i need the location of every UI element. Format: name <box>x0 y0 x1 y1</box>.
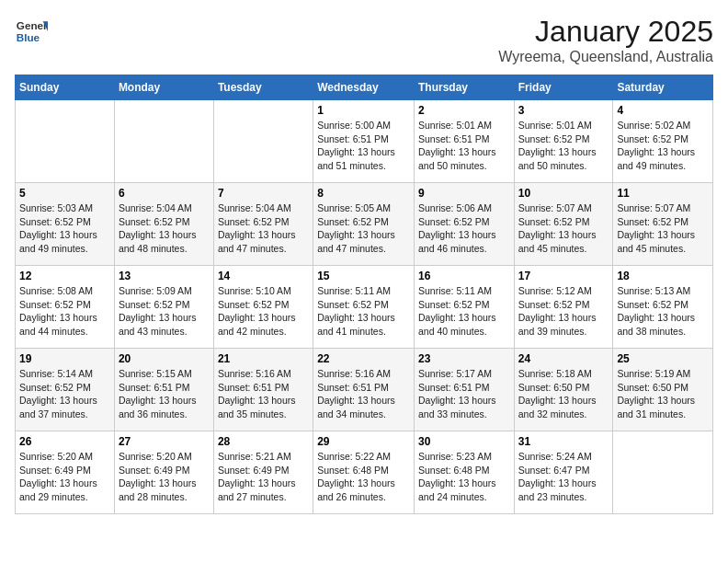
day-info: Sunrise: 5:11 AM Sunset: 6:52 PM Dayligh… <box>418 284 510 339</box>
table-row: 19Sunrise: 5:14 AM Sunset: 6:52 PM Dayli… <box>16 349 115 431</box>
table-row: 9Sunrise: 5:06 AM Sunset: 6:52 PM Daylig… <box>414 183 514 266</box>
day-number: 20 <box>119 352 210 365</box>
week-row-1: 1Sunrise: 5:00 AM Sunset: 6:51 PM Daylig… <box>16 100 713 183</box>
day-number: 28 <box>218 435 309 448</box>
table-row: 30Sunrise: 5:23 AM Sunset: 6:48 PM Dayli… <box>414 431 514 514</box>
table-row: 6Sunrise: 5:04 AM Sunset: 6:52 PM Daylig… <box>114 183 213 266</box>
day-number: 11 <box>617 187 709 200</box>
table-row <box>213 100 313 183</box>
day-number: 10 <box>518 187 609 200</box>
table-row: 2Sunrise: 5:01 AM Sunset: 6:51 PM Daylig… <box>414 100 514 183</box>
day-number: 9 <box>418 187 510 200</box>
day-info: Sunrise: 5:23 AM Sunset: 6:48 PM Dayligh… <box>418 450 510 504</box>
day-number: 17 <box>518 270 609 282</box>
page-header: General Blue January 2025 Wyreema, Queen… <box>15 15 713 65</box>
table-row: 27Sunrise: 5:20 AM Sunset: 6:49 PM Dayli… <box>114 431 213 514</box>
week-row-5: 26Sunrise: 5:20 AM Sunset: 6:49 PM Dayli… <box>16 431 713 514</box>
day-info: Sunrise: 5:04 AM Sunset: 6:52 PM Dayligh… <box>218 201 309 256</box>
table-row: 8Sunrise: 5:05 AM Sunset: 6:52 PM Daylig… <box>313 183 415 266</box>
day-info: Sunrise: 5:15 AM Sunset: 6:51 PM Dayligh… <box>119 367 210 421</box>
day-number: 5 <box>19 187 110 200</box>
day-info: Sunrise: 5:10 AM Sunset: 6:52 PM Dayligh… <box>218 284 309 339</box>
day-info: Sunrise: 5:20 AM Sunset: 6:49 PM Dayligh… <box>119 450 210 504</box>
day-info: Sunrise: 5:09 AM Sunset: 6:52 PM Dayligh… <box>119 284 210 339</box>
table-row: 13Sunrise: 5:09 AM Sunset: 6:52 PM Dayli… <box>114 266 213 349</box>
day-info: Sunrise: 5:00 AM Sunset: 6:51 PM Dayligh… <box>317 119 410 173</box>
day-info: Sunrise: 5:03 AM Sunset: 6:52 PM Dayligh… <box>19 201 110 256</box>
day-number: 23 <box>418 352 510 365</box>
table-row: 12Sunrise: 5:08 AM Sunset: 6:52 PM Dayli… <box>16 266 115 349</box>
day-number: 22 <box>317 352 410 365</box>
col-sunday: Sunday <box>16 75 115 100</box>
col-monday: Monday <box>114 75 213 100</box>
day-number: 31 <box>518 435 609 448</box>
day-number: 12 <box>19 270 110 282</box>
table-row: 16Sunrise: 5:11 AM Sunset: 6:52 PM Dayli… <box>414 266 514 349</box>
day-number: 7 <box>218 187 309 200</box>
day-number: 1 <box>317 104 410 117</box>
day-info: Sunrise: 5:17 AM Sunset: 6:51 PM Dayligh… <box>418 367 510 421</box>
calendar-table: Sunday Monday Tuesday Wednesday Thursday… <box>15 75 713 514</box>
day-number: 24 <box>518 352 609 365</box>
table-row: 29Sunrise: 5:22 AM Sunset: 6:48 PM Dayli… <box>313 431 415 514</box>
day-number: 15 <box>317 270 410 282</box>
day-info: Sunrise: 5:18 AM Sunset: 6:50 PM Dayligh… <box>518 367 609 421</box>
title-block: January 2025 Wyreema, Queensland, Austra… <box>498 15 713 65</box>
day-info: Sunrise: 5:04 AM Sunset: 6:52 PM Dayligh… <box>119 201 210 256</box>
day-info: Sunrise: 5:21 AM Sunset: 6:49 PM Dayligh… <box>218 450 309 504</box>
day-info: Sunrise: 5:24 AM Sunset: 6:47 PM Dayligh… <box>518 450 609 504</box>
day-info: Sunrise: 5:02 AM Sunset: 6:52 PM Dayligh… <box>617 119 709 173</box>
table-row <box>16 100 115 183</box>
col-wednesday: Wednesday <box>313 75 415 100</box>
day-info: Sunrise: 5:22 AM Sunset: 6:48 PM Dayligh… <box>317 450 410 504</box>
day-info: Sunrise: 5:20 AM Sunset: 6:49 PM Dayligh… <box>19 450 110 504</box>
day-info: Sunrise: 5:06 AM Sunset: 6:52 PM Dayligh… <box>418 201 510 256</box>
table-row <box>114 100 213 183</box>
day-info: Sunrise: 5:01 AM Sunset: 6:51 PM Dayligh… <box>418 119 510 173</box>
day-info: Sunrise: 5:14 AM Sunset: 6:52 PM Dayligh… <box>19 367 110 421</box>
day-number: 2 <box>418 104 510 117</box>
day-number: 3 <box>518 104 609 117</box>
table-row: 17Sunrise: 5:12 AM Sunset: 6:52 PM Dayli… <box>514 266 613 349</box>
table-row: 11Sunrise: 5:07 AM Sunset: 6:52 PM Dayli… <box>613 183 713 266</box>
calendar-subtitle: Wyreema, Queensland, Australia <box>498 49 713 65</box>
table-row: 18Sunrise: 5:13 AM Sunset: 6:52 PM Dayli… <box>613 266 713 349</box>
table-row: 26Sunrise: 5:20 AM Sunset: 6:49 PM Dayli… <box>16 431 115 514</box>
day-number: 13 <box>119 270 210 282</box>
day-info: Sunrise: 5:16 AM Sunset: 6:51 PM Dayligh… <box>218 367 309 421</box>
week-row-3: 12Sunrise: 5:08 AM Sunset: 6:52 PM Dayli… <box>16 266 713 349</box>
day-info: Sunrise: 5:11 AM Sunset: 6:52 PM Dayligh… <box>317 284 410 339</box>
table-row: 4Sunrise: 5:02 AM Sunset: 6:52 PM Daylig… <box>613 100 713 183</box>
day-info: Sunrise: 5:07 AM Sunset: 6:52 PM Dayligh… <box>617 201 709 256</box>
day-number: 30 <box>418 435 510 448</box>
day-number: 26 <box>19 435 110 448</box>
day-info: Sunrise: 5:19 AM Sunset: 6:50 PM Dayligh… <box>617 367 709 421</box>
day-info: Sunrise: 5:16 AM Sunset: 6:51 PM Dayligh… <box>317 367 410 421</box>
table-row: 10Sunrise: 5:07 AM Sunset: 6:52 PM Dayli… <box>514 183 613 266</box>
col-saturday: Saturday <box>613 75 713 100</box>
table-row: 21Sunrise: 5:16 AM Sunset: 6:51 PM Dayli… <box>213 349 313 431</box>
day-info: Sunrise: 5:12 AM Sunset: 6:52 PM Dayligh… <box>518 284 609 339</box>
week-row-4: 19Sunrise: 5:14 AM Sunset: 6:52 PM Dayli… <box>16 349 713 431</box>
day-info: Sunrise: 5:01 AM Sunset: 6:52 PM Dayligh… <box>518 119 609 173</box>
table-row: 31Sunrise: 5:24 AM Sunset: 6:47 PM Dayli… <box>514 431 613 514</box>
table-row: 1Sunrise: 5:00 AM Sunset: 6:51 PM Daylig… <box>313 100 415 183</box>
table-row: 25Sunrise: 5:19 AM Sunset: 6:50 PM Dayli… <box>613 349 713 431</box>
day-info: Sunrise: 5:05 AM Sunset: 6:52 PM Dayligh… <box>317 201 410 256</box>
svg-text:Blue: Blue <box>17 31 40 43</box>
col-thursday: Thursday <box>414 75 514 100</box>
svg-text:General: General <box>17 19 48 31</box>
table-row: 20Sunrise: 5:15 AM Sunset: 6:51 PM Dayli… <box>114 349 213 431</box>
day-number: 21 <box>218 352 309 365</box>
day-number: 6 <box>119 187 210 200</box>
table-row: 23Sunrise: 5:17 AM Sunset: 6:51 PM Dayli… <box>414 349 514 431</box>
table-row: 15Sunrise: 5:11 AM Sunset: 6:52 PM Dayli… <box>313 266 415 349</box>
table-row: 5Sunrise: 5:03 AM Sunset: 6:52 PM Daylig… <box>16 183 115 266</box>
table-row <box>613 431 713 514</box>
day-number: 29 <box>317 435 410 448</box>
day-info: Sunrise: 5:07 AM Sunset: 6:52 PM Dayligh… <box>518 201 609 256</box>
col-tuesday: Tuesday <box>213 75 313 100</box>
day-number: 18 <box>617 270 709 282</box>
logo-icon: General Blue <box>15 15 48 48</box>
day-info: Sunrise: 5:08 AM Sunset: 6:52 PM Dayligh… <box>19 284 110 339</box>
